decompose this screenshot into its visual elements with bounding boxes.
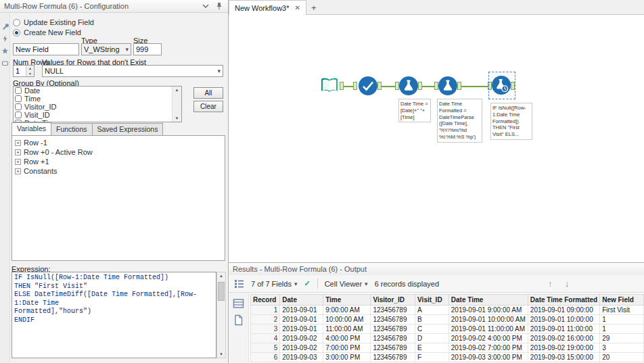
table-cell[interactable]: 2019-09-02 19:00:00 — [528, 343, 599, 353]
record-number[interactable]: 6 — [251, 353, 280, 362]
table-row[interactable]: 52019-09-027:00:00 PM123456789E2019-09-0… — [251, 343, 644, 353]
wrench-icon[interactable] — [1, 23, 9, 30]
radio-create-new-field[interactable]: Create New Field — [13, 28, 81, 37]
tab-functions[interactable]: Functions — [51, 123, 93, 135]
scroll-up-icon[interactable]: ▲ — [219, 272, 223, 279]
pin-icon[interactable] — [214, 1, 224, 11]
table-cell[interactable]: 1 — [600, 315, 644, 324]
scrollbar-thumb[interactable] — [218, 282, 225, 301]
table-cell[interactable]: 123456789 — [371, 315, 415, 324]
table-cell[interactable]: 29 — [600, 334, 644, 343]
group-by-item[interactable]: Visit_ID — [14, 111, 181, 119]
scroll-down-icon[interactable]: ↓ — [565, 279, 570, 289]
table-cell[interactable]: D — [415, 334, 449, 343]
table-cell[interactable]: 7:00:00 PM — [323, 343, 371, 353]
table-cell[interactable]: First Visit — [600, 306, 644, 315]
table-cell[interactable]: 2019-09-02 7:00:00 PM — [448, 343, 528, 353]
record-number[interactable]: 1 — [251, 306, 280, 315]
column-header[interactable]: New Field — [600, 295, 644, 306]
table-cell[interactable]: 1 — [600, 324, 644, 334]
column-header[interactable]: Time — [323, 295, 371, 306]
table-cell[interactable]: 2019-09-03 — [280, 353, 323, 362]
grid-layout-icon[interactable] — [234, 279, 244, 289]
expand-icon[interactable]: + — [15, 140, 21, 146]
metadata-view-icon[interactable] — [233, 314, 244, 326]
table-cell[interactable]: 2019-09-03 3:00:00 PM — [448, 353, 528, 362]
workflow-tab[interactable]: New Workflow3* ✕ — [229, 0, 306, 15]
close-icon[interactable]: ✕ — [295, 4, 300, 11]
table-row[interactable]: 22019-09-0110:00:00 AM123456789B2019-09-… — [251, 315, 644, 324]
cell-viewer-dropdown[interactable]: Cell Viewer ▾ — [325, 280, 368, 288]
table-cell[interactable]: 123456789 — [371, 343, 415, 353]
group-by-checkbox[interactable] — [15, 87, 22, 94]
tab-saved-expressions[interactable]: Saved Expressions — [92, 123, 164, 135]
table-cell[interactable]: 3 — [600, 343, 644, 353]
table-cell[interactable]: 2019-09-03 15:00:00 — [528, 353, 599, 362]
new-workflow-tab-button[interactable]: + — [306, 0, 321, 15]
tree-item[interactable]: +Row -1 — [15, 138, 225, 147]
lightning-icon[interactable] — [1, 35, 9, 43]
new-field-input[interactable] — [13, 43, 79, 55]
table-cell[interactable]: C — [415, 324, 449, 334]
tree-item[interactable]: +Row +0 - Active Row — [15, 147, 225, 157]
table-cell[interactable]: 2019-09-02 — [280, 334, 323, 343]
group-by-scrollbar[interactable]: ▲ ▼ — [172, 87, 181, 122]
table-cell[interactable]: 123456789 — [371, 334, 415, 343]
table-cell[interactable]: 20 — [600, 353, 644, 362]
table-cell[interactable]: 2019-09-01 — [280, 324, 323, 334]
column-header[interactable]: Date Time Formatted — [528, 295, 599, 306]
table-cell[interactable]: 3:00:00 PM — [323, 353, 371, 362]
table-cell[interactable]: 2019-09-01 — [280, 315, 323, 324]
scroll-down-icon[interactable]: ▼ — [175, 115, 179, 122]
num-rows-stepper[interactable]: ▲ ▼ — [13, 65, 34, 77]
formula-tool-1[interactable] — [399, 76, 418, 95]
scroll-up-icon[interactable]: ▲ — [175, 87, 179, 93]
tree-item[interactable]: +Row +1 — [15, 157, 225, 166]
table-cell[interactable]: 11:00:00 AM — [323, 324, 371, 334]
group-by-list[interactable]: DateTimeVisitor_IDVisit_IDDate Time ▲ ▼ — [13, 86, 182, 122]
table-cell[interactable]: 9:00:00 AM — [323, 306, 371, 315]
tag-icon[interactable] — [1, 59, 9, 67]
column-header[interactable]: Visitor_ID — [371, 295, 415, 306]
column-header[interactable]: Record — [251, 295, 280, 306]
scroll-down-icon[interactable]: ▼ — [219, 351, 223, 358]
table-cell[interactable]: 2019-09-01 10:00:00 — [528, 315, 599, 324]
group-by-checkbox[interactable] — [15, 103, 22, 110]
tool-annotation[interactable]: Date Time = [Date]+" "+ [Time] — [398, 99, 431, 122]
table-row[interactable]: 32019-09-0111:00:00 AM123456789C2019-09-… — [251, 324, 644, 334]
table-row[interactable]: 42019-09-024:00:00 PM123456789D2019-09-0… — [251, 334, 644, 343]
spin-up-icon[interactable]: ▲ — [26, 66, 34, 71]
fields-dropdown[interactable]: 7 of 7 Fields ▾ — [251, 280, 297, 288]
group-by-clear-button[interactable]: Clear — [193, 101, 223, 112]
expand-icon[interactable]: + — [15, 168, 21, 174]
results-table[interactable]: RecordDateTimeVisitor_IDVisit_IDDate Tim… — [250, 294, 644, 362]
table-cell[interactable]: 2019-09-01 10:00:00 AM — [448, 315, 528, 324]
variables-tree[interactable]: +Row -1+Row +0 - Active Row+Row +1+Const… — [12, 135, 225, 261]
group-by-item[interactable]: Time — [14, 95, 181, 103]
group-by-checkbox[interactable] — [15, 112, 22, 118]
record-number[interactable]: 5 — [251, 343, 280, 353]
record-number[interactable]: 4 — [251, 334, 280, 343]
record-number[interactable]: 3 — [251, 324, 280, 334]
input-anchor[interactable] — [353, 82, 357, 90]
values-rows-dropdown[interactable]: NULL ▾ — [42, 65, 223, 77]
record-number[interactable]: 2 — [251, 315, 280, 324]
table-cell[interactable]: 2019-09-02 4:00:00 PM — [448, 334, 528, 343]
num-rows-value[interactable] — [14, 66, 26, 76]
group-by-all-button[interactable]: All — [193, 87, 223, 99]
table-cell[interactable]: A — [415, 306, 449, 315]
table-cell[interactable]: F — [415, 353, 449, 362]
star-icon[interactable] — [1, 47, 9, 55]
table-cell[interactable]: 123456789 — [371, 353, 415, 362]
group-by-checkbox[interactable] — [15, 95, 22, 102]
output-anchor[interactable] — [377, 82, 382, 90]
group-by-item[interactable]: Date — [14, 87, 181, 95]
tab-variables[interactable]: Variables — [12, 122, 51, 135]
output-anchor[interactable] — [457, 82, 461, 90]
expression-editor[interactable]: IF IsNull([Row-1:Date Time Formatted]) T… — [12, 272, 216, 358]
table-cell[interactable]: 123456789 — [371, 324, 415, 334]
column-header[interactable]: Visit_ID — [415, 295, 449, 306]
text-input-tool[interactable] — [319, 76, 340, 96]
tool-annotation[interactable]: Date Time Formatted = DateTimeParse ([Da… — [437, 99, 482, 143]
select-tool[interactable] — [359, 76, 377, 95]
